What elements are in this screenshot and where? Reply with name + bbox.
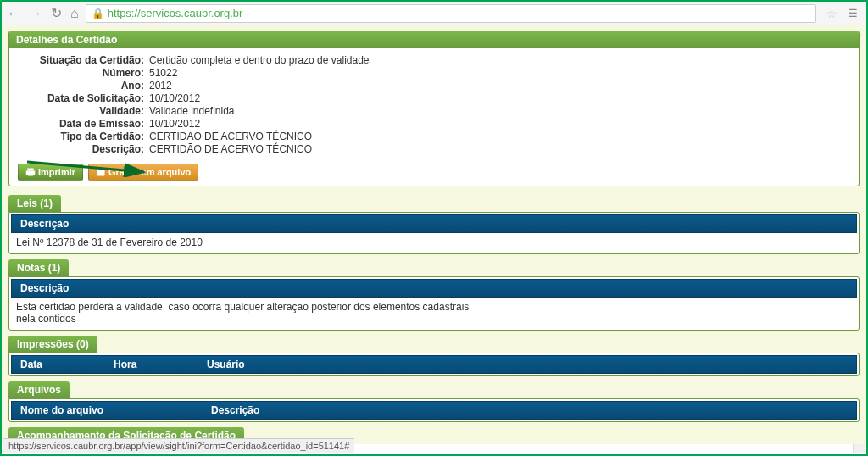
- label: Data de Solicitação:: [18, 92, 149, 104]
- label: Validade:: [18, 105, 149, 117]
- impressoes-header: Data Hora Usuário: [11, 355, 857, 374]
- arquivos-body: Nome do arquivo Descrição: [8, 398, 860, 422]
- col-usuario: Usuário: [203, 359, 248, 370]
- leis-header: Descrição: [11, 214, 857, 233]
- notas-row: Esta certidão perderá a validade, caso o…: [11, 298, 486, 328]
- detail-row: Situação da Certidão:Certidão completa e…: [18, 54, 850, 66]
- col-descricao: Descrição: [208, 404, 263, 416]
- col-nome: Nome do arquivo: [17, 404, 208, 416]
- col-descricao: Descrição: [17, 282, 72, 294]
- detail-row: Número:51022: [18, 67, 850, 79]
- nav-icons: ← → ↻ ⌂: [7, 5, 79, 21]
- value: Validade indefinida: [149, 105, 235, 117]
- save-button[interactable]: Gravar em arquivo: [88, 164, 198, 181]
- value: 51022: [149, 67, 177, 79]
- content-area: Detalhes da Certidão Situação da Certidã…: [2, 25, 866, 444]
- details-body: Situação da Certidão:Certidão completa e…: [9, 48, 859, 186]
- value: 10/10/2012: [149, 92, 200, 104]
- menu-icon[interactable]: ☰: [844, 8, 861, 19]
- leis-tab: Leis (1): [8, 195, 61, 212]
- svg-rect-2: [28, 174, 33, 176]
- value: 10/10/2012: [149, 118, 200, 130]
- detail-row: Ano:2012: [18, 80, 850, 92]
- arquivos-header: Nome do arquivo Descrição: [11, 401, 857, 420]
- forward-icon[interactable]: →: [29, 6, 42, 21]
- notas-body: Descrição Esta certidão perderá a valida…: [8, 276, 860, 331]
- label: Número:: [18, 67, 149, 79]
- home-icon[interactable]: ⌂: [70, 6, 79, 21]
- arquivos-tab: Arquivos: [8, 381, 70, 398]
- reload-icon[interactable]: ↻: [51, 5, 62, 21]
- star-icon[interactable]: ☆: [826, 7, 837, 20]
- browser-toolbar: ← → ↻ ⌂ 🔒 https://servicos.caubr.org.br …: [2, 2, 866, 25]
- save-icon: [96, 167, 106, 177]
- save-label: Gravar em arquivo: [108, 167, 191, 177]
- impressoes-tab: Impressões (0): [8, 336, 97, 353]
- detail-row: Tipo da Certidão:CERTIDÃO DE ACERVO TÉCN…: [18, 131, 850, 142]
- detail-row: Descrição:CERTIDÃO DE ACERVO TÉCNICO: [18, 143, 850, 155]
- url-text: https://servicos.caubr.org.br: [108, 7, 243, 19]
- detail-row: Data de Emissão:10/10/2012: [18, 118, 850, 130]
- impressoes-body: Data Hora Usuário: [8, 353, 860, 376]
- lock-icon: 🔒: [92, 8, 104, 19]
- detail-row: Data de Solicitação:10/10/2012: [18, 92, 850, 104]
- print-button[interactable]: Imprimir: [18, 164, 83, 181]
- svg-rect-0: [27, 169, 34, 171]
- label: Situação da Certidão:: [18, 54, 149, 66]
- printer-icon: [25, 167, 36, 177]
- url-bar[interactable]: 🔒 https://servicos.caubr.org.br: [86, 4, 816, 23]
- status-bar: https://servicos.caubr.org.br/app/view/s…: [3, 438, 354, 453]
- notas-header: Descrição: [11, 279, 857, 298]
- label: Data de Emissão:: [18, 118, 149, 130]
- label: Tipo da Certidão:: [18, 131, 149, 142]
- label: Descrição:: [18, 143, 149, 155]
- details-panel: Detalhes da Certidão Situação da Certidã…: [8, 31, 860, 186]
- label: Ano:: [18, 80, 149, 92]
- print-label: Imprimir: [38, 167, 75, 177]
- col-descricao: Descrição: [17, 218, 72, 230]
- value: CERTIDÃO DE ACERVO TÉCNICO: [149, 131, 312, 142]
- col-data: Data: [17, 359, 110, 370]
- details-header: Detalhes da Certidão: [9, 31, 859, 48]
- detail-row: Validade:Validade indefinida: [18, 105, 850, 117]
- back-icon[interactable]: ←: [7, 6, 20, 21]
- leis-body: Descrição Lei Nº 12378 de 31 de Fevereir…: [8, 212, 860, 254]
- leis-row: Lei Nº 12378 de 31 de Fevereiro de 2010: [11, 233, 857, 252]
- svg-rect-3: [97, 169, 105, 176]
- value: CERTIDÃO DE ACERVO TÉCNICO: [149, 143, 312, 155]
- notas-tab: Notas (1): [8, 259, 69, 276]
- action-buttons: Imprimir Gravar em arquivo: [18, 164, 850, 181]
- value: 2012: [149, 80, 172, 92]
- col-hora: Hora: [110, 359, 203, 370]
- value: Certidão completa e dentro do prazo de v…: [149, 54, 370, 66]
